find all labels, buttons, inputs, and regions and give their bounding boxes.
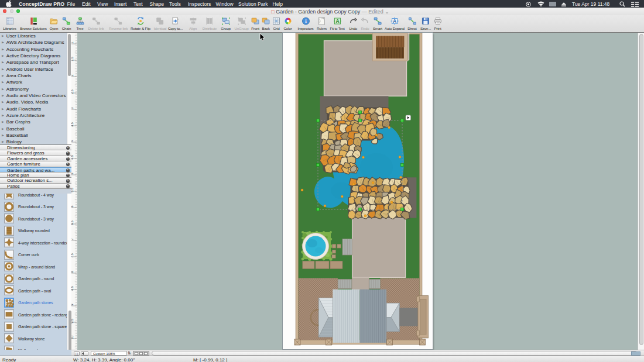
svg-text:5.5: 5.5 — [71, 188, 74, 192]
svg-text:3: 3 — [71, 107, 74, 109]
svg-text:8: 8 — [71, 271, 74, 273]
svg-text:2.5: 2.5 — [71, 89, 74, 94]
svg-text:5: 5 — [71, 173, 74, 174]
svg-text:9.5: 9.5 — [71, 319, 74, 323]
svg-text:1.5: 1.5 — [71, 57, 74, 61]
svg-text:9: 9 — [71, 304, 74, 305]
svg-text:3.5: 3.5 — [71, 122, 74, 127]
svg-text:8.5: 8.5 — [71, 286, 74, 291]
svg-text:A: A — [393, 18, 396, 24]
svg-text:10: 10 — [71, 336, 74, 339]
svg-text:2: 2 — [71, 74, 74, 76]
svg-text:4.5: 4.5 — [71, 155, 74, 160]
svg-text:7.5: 7.5 — [71, 253, 74, 258]
svg-text:1: 1 — [71, 42, 74, 43]
svg-text:4: 4 — [71, 140, 74, 142]
svg-text:6: 6 — [71, 205, 74, 207]
svg-text:7: 7 — [71, 238, 74, 240]
svg-text:6.5: 6.5 — [71, 220, 74, 225]
svg-text:A: A — [335, 18, 339, 24]
